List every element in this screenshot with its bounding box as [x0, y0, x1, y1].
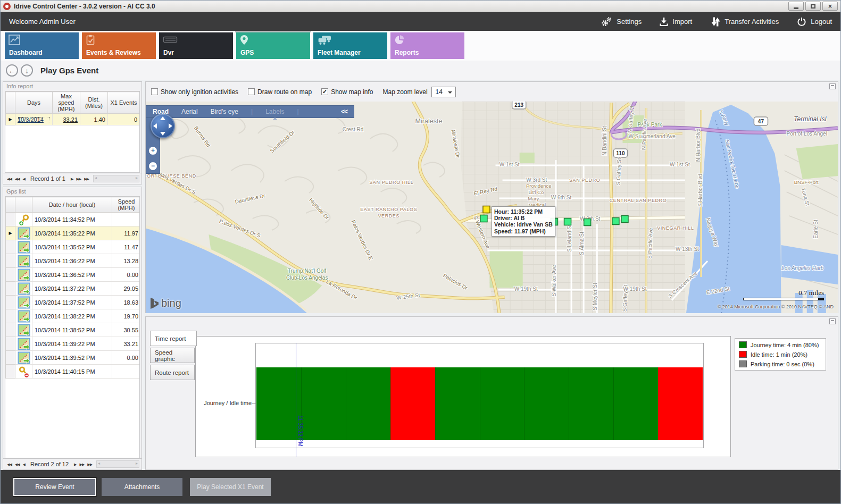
column-header-x1-events[interactable]: X1 Events [108, 92, 140, 114]
chart-collapse-button[interactable] [829, 318, 836, 324]
bing-logo[interactable]: bing [150, 297, 181, 309]
horizontal-scrollbar[interactable] [96, 460, 139, 468]
last-record-button[interactable]: ▶▶ [82, 177, 90, 181]
topbar-action-transfer-activities[interactable]: Transfer Activities [710, 16, 779, 27]
topbar-action-logout[interactable]: Logout [797, 17, 832, 27]
gps-row[interactable]: 10/3/2014 11:39:22 PM33.21 [6, 337, 140, 351]
map-zoom-in-button[interactable] [148, 146, 157, 155]
back-button[interactable]: ← [6, 64, 18, 77]
gps-row[interactable]: 10/3/2014 11:36:52 PM0.00 [6, 268, 140, 282]
gps-marker[interactable] [564, 219, 571, 225]
map-zoom-out-button[interactable] [148, 162, 157, 171]
speed-cell: 13.28 [112, 254, 140, 268]
column-header-dist-miles[interactable]: Dist. (Miles) [80, 92, 108, 114]
column-header-days[interactable]: Days [15, 92, 53, 114]
column-header-date-hour-local[interactable]: Date / hour (local) [32, 197, 112, 213]
checkbox-checked-icon[interactable]: ✓ [321, 88, 328, 95]
close-button[interactable]: × [822, 2, 838, 11]
first-record-button[interactable]: ◀◀ [5, 463, 13, 466]
option-show-only-ignition-activities[interactable]: Show only ignition activities [151, 88, 238, 96]
current-time-label: 11:35:22 PM [297, 415, 304, 447]
legend-swatch [739, 360, 747, 367]
gps-marker[interactable] [612, 218, 619, 225]
date-link[interactable]: 10/3/2014 [18, 116, 50, 123]
nav-tile-dashboard[interactable]: Dashboard [5, 32, 79, 59]
first-record-button[interactable]: ◀◀ [5, 177, 13, 181]
gps-row[interactable]: 10/3/2014 11:37:52 PM18.63 [6, 296, 140, 309]
horizontal-scrollbar[interactable] [93, 175, 139, 182]
gps-row[interactable]: 10/3/2014 11:40:15 PM [6, 365, 140, 379]
map-options: Show only ignition activitiesDraw route … [146, 82, 838, 102]
next-record-button[interactable]: ▶ [69, 177, 74, 181]
gps-row[interactable]: 10/3/2014 11:34:52 PM [6, 213, 140, 226]
gps-point-icon [15, 296, 32, 309]
gps-row[interactable]: 10/3/2014 11:37:22 PM29.05 [6, 282, 140, 296]
prev-page-button[interactable]: ◀◀ [13, 177, 21, 181]
table-row[interactable]: ▶10/3/201433.211.400 [6, 114, 140, 125]
gps-marker[interactable] [480, 215, 487, 222]
timeline-segment-journey [346, 367, 390, 440]
chart-icon [9, 35, 20, 47]
bing-map[interactable]: 21311047 Crest RdMiralesteMiraleste DrBu… [146, 102, 838, 313]
gps-marker[interactable] [621, 216, 628, 223]
gps-row[interactable]: 10/3/2014 11:35:52 PM11.47 [6, 240, 140, 254]
days-cell[interactable]: 10/3/2014 [15, 114, 53, 125]
last-record-button[interactable]: ▶▶ [86, 463, 94, 466]
nav-tile-events-reviews[interactable]: Events & Reviews [82, 32, 156, 59]
map-zoom-level: Map zoom level14 [383, 87, 456, 97]
nav-tile-dvr[interactable]: Dvr [159, 32, 233, 59]
map-view-bird-s-eye[interactable]: Bird's eye [211, 108, 238, 115]
maximize-button[interactable] [805, 2, 821, 11]
attachments-button[interactable]: Attachments [102, 478, 182, 496]
record-status: Record 2 of 12 [30, 461, 69, 467]
column-header-speed-mph[interactable]: Speed (MPH) [112, 197, 140, 213]
tab-time-report[interactable]: Time report [150, 331, 197, 346]
next-page-button[interactable]: ▶▶ [78, 463, 86, 466]
prev-record-button[interactable]: ◀ [21, 463, 27, 466]
gps-row[interactable]: 10/3/2014 11:38:22 PM19.70 [6, 309, 140, 323]
timeline-segment-journey [524, 367, 569, 440]
zoom-level-select[interactable]: 14 [431, 87, 456, 97]
map-view-labels[interactable]: Labels [265, 108, 284, 115]
next-page-button[interactable]: ▶▶ [74, 177, 82, 181]
selected-gps-marker[interactable] [483, 206, 490, 213]
topbar-action-label: Logout [811, 18, 832, 26]
prev-page-button[interactable]: ◀◀ [13, 463, 21, 466]
breadcrumb: ← ↓ Play Gps Event [1, 61, 840, 80]
option-show-map-info[interactable]: ✓Show map info [321, 88, 373, 96]
column-header-max-speed-mph[interactable]: Max speed (MPH) [53, 92, 80, 114]
map-pan-control[interactable] [151, 114, 175, 138]
nav-tile-reports[interactable]: Reports [390, 32, 464, 59]
gps-marker[interactable] [584, 219, 591, 226]
gps-row[interactable]: ▶10/3/2014 11:35:22 PM11.97 [6, 226, 140, 240]
nav-tile-gps[interactable]: GPS [236, 32, 310, 59]
map-scale: 0.7 miles [743, 289, 824, 300]
tab-route-report[interactable]: Route report [150, 365, 195, 380]
map-label-w-1st-st: W 1st St [670, 162, 690, 167]
nav-tile-fleet-manager[interactable]: Fleet Manager [313, 32, 387, 59]
review-event-button[interactable]: Review Event [13, 478, 96, 496]
fleet-icon [317, 35, 332, 47]
timeline-segment-journey [301, 367, 346, 440]
gps-row[interactable]: 10/3/2014 11:39:52 PM0.00 [6, 351, 140, 365]
gps-row[interactable]: 10/3/2014 11:36:22 PM13.28 [6, 254, 140, 268]
checkbox-icon[interactable] [151, 88, 158, 95]
map-label-w-3rd-st: W 3rd St [526, 177, 547, 183]
gps-row[interactable]: 10/3/2014 11:38:52 PM30.55 [6, 323, 140, 337]
topbar-action-label: Transfer Activities [725, 18, 779, 26]
toolbar-collapse-button[interactable]: << [341, 108, 347, 115]
minimize-button[interactable] [788, 2, 804, 11]
tab-speed-graphic[interactable]: Speed graphic [150, 348, 195, 363]
option-draw-route-on-map[interactable]: Draw route on map [248, 88, 312, 96]
topbar-action-settings[interactable]: Settings [601, 16, 642, 27]
down-arrow-icon: ↓ [25, 67, 29, 74]
date-cell: 10/3/2014 11:37:52 PM [32, 296, 112, 309]
map-view-aerial[interactable]: Aerial [181, 108, 198, 115]
prev-record-button[interactable]: ◀ [21, 177, 27, 181]
expand-button[interactable]: ↓ [21, 64, 33, 77]
topbar-action-import[interactable]: Import [660, 17, 692, 27]
map-label-east-rancho-palos: East Rancho Palos [360, 207, 417, 212]
checkbox-icon[interactable] [248, 88, 255, 95]
next-record-button[interactable]: ▶ [72, 463, 78, 466]
map-collapse-button[interactable] [829, 83, 836, 89]
